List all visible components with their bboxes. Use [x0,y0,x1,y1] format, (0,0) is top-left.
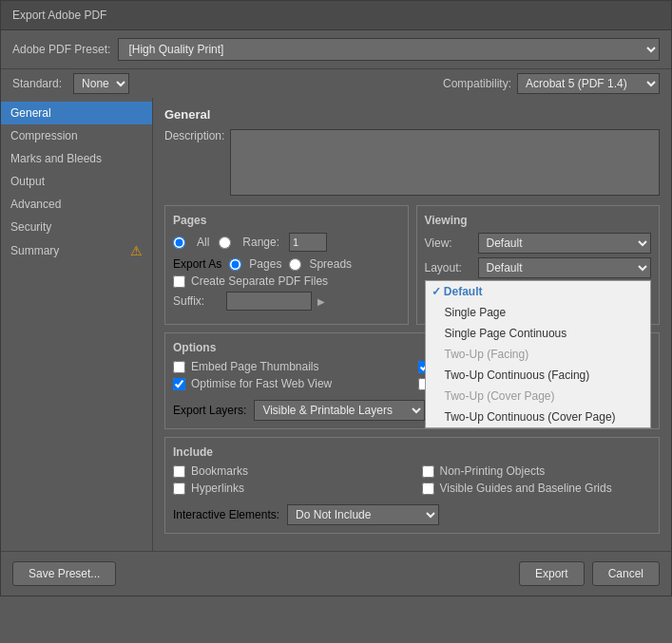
description-row: Description: [164,129,660,196]
compat-select[interactable]: Acrobat 5 (PDF 1.4) [517,73,660,94]
preset-label: Adobe PDF Preset: [12,43,110,56]
view-label: View: [425,236,472,250]
visible-guides-row: Visible Guides and Baseline Grids [422,482,652,495]
options-col-left: Embed Page Thumbnails Optimise for Fast … [173,360,407,394]
compat-group: Compatibility: Acrobat 5 (PDF 1.4) [443,73,660,94]
pages-viewing-panels: Pages All Range: Export As Pages Spreads [164,205,660,332]
view-row: View: Default [425,233,652,254]
bookmarks-label: Bookmarks [191,464,248,478]
bottom-bar: Save Preset... Export Cancel [1,551,671,596]
pages-export-label: Pages [249,257,281,271]
create-separate-row: Create Separate PDF Files [173,274,400,288]
sidebar-item-output[interactable]: Output [1,170,152,193]
standard-select[interactable]: None [73,73,129,94]
visible-guides-label: Visible Guides and Baseline Grids [440,482,612,495]
section-title: General [164,107,660,122]
sidebar-item-compression[interactable]: Compression [1,124,152,147]
non-printing-row: Non-Printing Objects [422,464,652,478]
sidebar: General Compression Marks and Bleeds Out… [1,98,153,551]
optimise-web-checkbox[interactable] [173,378,185,390]
export-layers-label: Export Layers: [173,404,246,417]
save-preset-button[interactable]: Save Preset... [12,561,116,586]
embed-thumbnails-checkbox[interactable] [173,361,185,373]
interactive-label: Interactive Elements: [173,508,279,521]
layout-option-default[interactable]: Default [426,281,651,302]
spreads-label: Spreads [309,257,352,271]
viewing-panel: Viewing View: Default Layout: Default [416,205,661,325]
export-as-row: Export As Pages Spreads [173,257,400,271]
description-textarea[interactable] [230,129,660,196]
layout-option-two-up-facing: Two-Up (Facing) [426,344,651,365]
interactive-select[interactable]: Do Not Include [287,504,439,525]
hyperlinks-row: Hyperlinks [173,482,403,495]
optimise-web-label: Optimise for Fast Web View [191,377,332,390]
viewing-title: Viewing [425,214,652,227]
export-layers-select[interactable]: Visible & Printable Layers [254,400,425,421]
pages-panel: Pages All Range: Export As Pages Spreads [164,205,409,325]
range-label: Range: [242,236,279,249]
optimise-web-row: Optimise for Fast Web View [173,377,407,390]
preset-row: Adobe PDF Preset: [High Quality Print] [1,30,671,69]
suffix-arrow-icon: ▶ [317,296,325,307]
action-buttons: Export Cancel [519,561,660,586]
dialog-title: Export Adobe PDF [12,9,106,22]
layout-option-two-up-continuous-cover[interactable]: Two-Up Continuous (Cover Page) [426,407,651,427]
suffix-row: Suffix: ▶ [173,292,400,311]
layout-select[interactable]: Default [478,257,652,278]
suffix-label: Suffix: [173,294,221,308]
export-pdf-dialog: Export Adobe PDF Adobe PDF Preset: [High… [0,0,672,596]
sidebar-item-marks-and-bleeds[interactable]: Marks and Bleeds [1,147,152,170]
all-label: All [197,236,209,249]
view-select[interactable]: Default [478,233,652,254]
export-button[interactable]: Export [519,561,585,586]
hyperlinks-label: Hyperlinks [191,482,244,495]
create-separate-label: Create Separate PDF Files [191,274,328,288]
embed-thumbnails-label: Embed Page Thumbnails [191,360,319,373]
layout-option-two-up-continuous-facing[interactable]: Two-Up Continuous (Facing) [426,365,651,386]
include-title: Include [173,445,651,459]
sidebar-item-advanced[interactable]: Advanced [1,193,152,216]
include-grid: Bookmarks Hyperlinks Non-Printing Object… [173,464,651,499]
sidebar-item-security[interactable]: Security [1,216,152,238]
pages-radio[interactable] [229,258,241,271]
title-bar: Export Adobe PDF [1,1,671,30]
export-as-label: Export As [173,257,221,271]
main-content: General Compression Marks and Bleeds Out… [1,98,671,551]
non-printing-label: Non-Printing Objects [440,464,546,478]
layout-option-two-up-cover: Two-Up (Cover Page) [426,386,651,407]
range-input[interactable] [289,233,327,252]
pages-title: Pages [173,214,400,227]
standard-label: Standard: [12,77,62,90]
interactive-row: Interactive Elements: Do Not Include [173,504,651,525]
sidebar-item-summary[interactable]: Summary ⚠ [1,238,152,263]
include-col-right: Non-Printing Objects Visible Guides and … [422,464,652,499]
layout-option-single-page-continuous[interactable]: Single Page Continuous [426,323,651,344]
spreads-radio[interactable] [289,258,301,271]
hyperlinks-checkbox[interactable] [173,482,185,495]
compat-label: Compatibility: [443,77,511,90]
standard-compat-row: Standard: None Compatibility: Acrobat 5 … [1,69,671,98]
non-printing-checkbox[interactable] [422,465,434,478]
all-radio[interactable] [173,236,185,249]
layout-option-single-page[interactable]: Single Page [426,302,651,323]
bookmarks-row: Bookmarks [173,464,403,478]
summary-warning-icon: ⚠ [130,243,143,258]
cancel-button[interactable]: Cancel [592,561,660,586]
sidebar-item-general[interactable]: General [1,102,152,124]
create-separate-checkbox[interactable] [173,275,185,288]
range-radio[interactable] [219,236,231,249]
layout-dropdown: Default Single Page Single Page Continuo… [425,280,652,428]
preset-select[interactable]: [High Quality Print] [118,38,660,61]
content-area: General Description: Pages All Range: [153,98,671,551]
suffix-input[interactable] [226,292,312,311]
description-label: Description: [164,129,224,142]
include-col-left: Bookmarks Hyperlinks [173,464,403,499]
embed-thumbnails-row: Embed Page Thumbnails [173,360,407,373]
pages-radio-group: All Range: [173,233,400,252]
visible-guides-checkbox[interactable] [422,482,434,495]
layout-row: Layout: Default Default Single Page Sing… [425,257,652,278]
bookmarks-checkbox[interactable] [173,465,185,478]
include-box: Include Bookmarks Hyperlinks [164,437,660,534]
layout-label: Layout: [425,261,472,274]
